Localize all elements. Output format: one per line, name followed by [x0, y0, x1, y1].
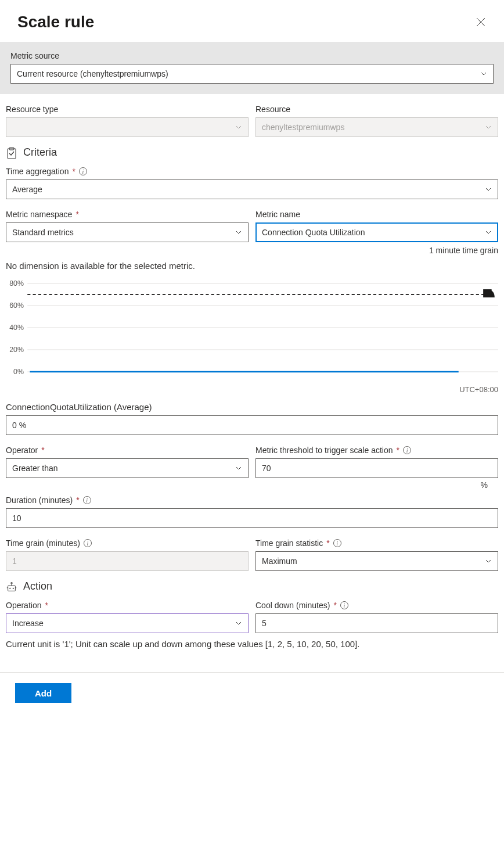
svg-rect-0: [8, 149, 16, 159]
time-grain-label: Time grain (minutes) i: [6, 538, 249, 548]
chevron-down-icon: [235, 124, 242, 131]
cooldown-input[interactable]: 5: [255, 613, 498, 633]
time-grain-note: 1 minute time grain: [255, 246, 498, 255]
svg-rect-8: [8, 586, 16, 591]
operation-select[interactable]: Increase: [6, 613, 249, 633]
svg-point-10: [13, 587, 14, 588]
svg-rect-7: [483, 289, 491, 297]
info-icon[interactable]: i: [79, 167, 87, 175]
metric-source-value: Current resource (chenyltestpremiumwps): [17, 69, 168, 78]
threshold-input[interactable]: 70: [255, 458, 498, 478]
metric-source-label: Metric source: [10, 51, 494, 60]
readout-value: 0 %: [6, 415, 498, 435]
info-icon[interactable]: i: [333, 539, 341, 547]
action-heading: Action: [6, 580, 498, 593]
resource-label: Resource: [255, 105, 498, 114]
time-grain-statistic-select[interactable]: Maximum: [255, 551, 498, 571]
svg-point-12: [11, 582, 13, 584]
resource-select: chenyltestpremiumwps: [255, 117, 498, 137]
operator-label: Operator *: [6, 446, 249, 455]
readout-label: ConnectionQuotaUtilization (Average): [0, 402, 504, 412]
time-grain-input: 1: [6, 551, 249, 571]
metric-chart: 80% 60% 40% 20% 0%: [0, 271, 504, 384]
duration-input[interactable]: 10: [6, 508, 498, 528]
unit-hint: Current unit is '1'; Unit can scale up a…: [0, 633, 504, 649]
dimension-note: No dimension is available for the select…: [0, 261, 504, 271]
chevron-down-icon: [235, 229, 242, 236]
metric-name-select[interactable]: Connection Quota Utilization: [255, 222, 498, 242]
chevron-down-icon: [235, 465, 242, 472]
metric-namespace-label: Metric namespace *: [6, 210, 249, 219]
resource-type-select: [6, 117, 249, 137]
add-button[interactable]: Add: [15, 683, 71, 703]
time-aggregation-label: Time aggregation * i: [6, 167, 498, 176]
close-button[interactable]: [473, 14, 489, 30]
robot-icon: [6, 581, 17, 593]
info-icon[interactable]: i: [84, 539, 92, 547]
info-icon[interactable]: i: [340, 601, 348, 609]
time-grain-statistic-label: Time grain statistic * i: [255, 538, 498, 548]
panel-title: Scale rule: [17, 13, 94, 31]
time-aggregation-value: Average: [12, 185, 42, 194]
metric-name-label: Metric name: [255, 210, 498, 219]
cooldown-label: Cool down (minutes) * i: [255, 601, 498, 610]
metric-source-select[interactable]: Current resource (chenyltestpremiumwps): [10, 64, 494, 84]
y-tick-label: 0%: [13, 368, 24, 376]
info-icon[interactable]: i: [83, 496, 91, 504]
metric-name-value: Connection Quota Utilization: [262, 228, 365, 237]
resource-value: chenyltestpremiumwps: [262, 123, 344, 132]
chevron-down-icon: [485, 558, 492, 565]
chart-timezone: UTC+08:00: [0, 385, 504, 394]
operator-value: Greater than: [12, 464, 58, 473]
svg-point-9: [9, 587, 10, 588]
duration-label: Duration (minutes) * i: [6, 495, 498, 505]
threshold-unit: %: [255, 480, 498, 490]
clipboard-check-icon: [6, 147, 17, 159]
y-tick-label: 80%: [9, 279, 24, 288]
metric-namespace-select[interactable]: Standard metrics: [6, 222, 249, 242]
criteria-heading: Criteria: [6, 146, 498, 159]
resource-type-label: Resource type: [6, 105, 249, 114]
chevron-down-icon: [485, 186, 492, 193]
operation-value: Increase: [12, 619, 44, 628]
y-tick-label: 60%: [9, 301, 24, 310]
operation-label: Operation *: [6, 601, 249, 610]
metric-namespace-value: Standard metrics: [12, 228, 74, 237]
y-tick-label: 20%: [9, 346, 24, 354]
chevron-down-icon: [485, 124, 492, 131]
y-tick-label: 40%: [9, 324, 24, 332]
info-icon[interactable]: i: [403, 446, 411, 454]
time-aggregation-select[interactable]: Average: [6, 179, 498, 199]
chevron-down-icon: [480, 70, 487, 77]
operator-select[interactable]: Greater than: [6, 458, 249, 478]
chevron-down-icon: [485, 229, 492, 236]
time-grain-statistic-value: Maximum: [262, 556, 297, 566]
threshold-label: Metric threshold to trigger scale action…: [255, 446, 498, 455]
chevron-down-icon: [235, 620, 242, 627]
